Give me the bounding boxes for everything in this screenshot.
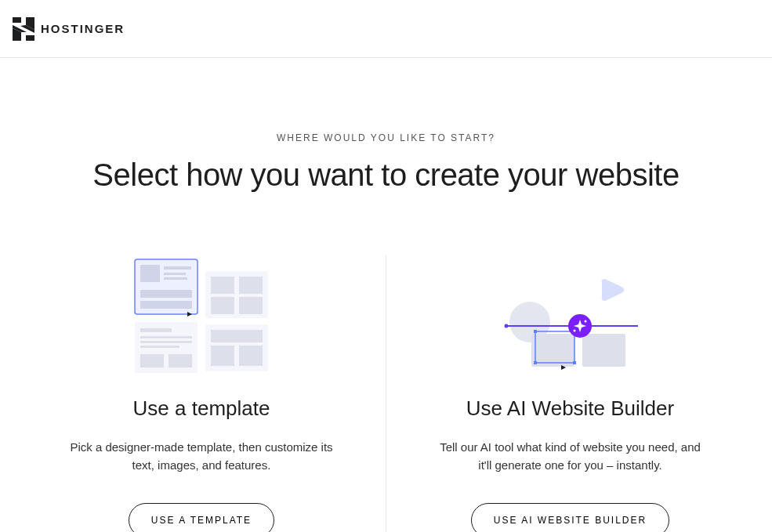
svg-point-25 xyxy=(504,324,508,328)
use-ai-website-builder-button[interactable]: USE AI WEBSITE BUILDER xyxy=(471,503,669,533)
svg-rect-4 xyxy=(164,277,187,280)
brand-name: HOSTINGER xyxy=(41,22,125,35)
ai-builder-illustration xyxy=(492,255,649,381)
svg-rect-9 xyxy=(140,336,192,338)
svg-point-35 xyxy=(573,330,575,332)
options-container: Use a template Pick a designer-made temp… xyxy=(0,255,772,532)
option-use-ai-builder: Use AI Website Builder Tell our AI tool … xyxy=(386,255,755,532)
svg-rect-21 xyxy=(211,346,234,366)
header: HOSTINGER xyxy=(0,0,772,58)
svg-rect-5 xyxy=(140,290,192,298)
eyebrow-text: WHERE WOULD YOU LIKE TO START? xyxy=(0,132,772,143)
template-illustration xyxy=(131,255,272,381)
svg-rect-15 xyxy=(211,277,234,294)
svg-rect-11 xyxy=(140,346,179,348)
svg-rect-20 xyxy=(211,330,263,342)
svg-rect-13 xyxy=(169,354,192,367)
option-use-template: Use a template Pick a designer-made temp… xyxy=(18,255,386,532)
hostinger-logo-icon xyxy=(13,17,34,41)
use-template-button[interactable]: USE A TEMPLATE xyxy=(129,503,274,533)
option-ai-description: Tell our AI tool what kind of website yo… xyxy=(433,438,708,475)
svg-rect-8 xyxy=(140,328,172,332)
svg-rect-32 xyxy=(573,361,576,364)
svg-rect-31 xyxy=(534,361,537,364)
svg-rect-27 xyxy=(582,334,625,367)
svg-rect-12 xyxy=(140,354,164,367)
svg-rect-18 xyxy=(239,297,263,314)
svg-rect-22 xyxy=(239,346,263,366)
option-template-title: Use a template xyxy=(133,396,270,421)
svg-rect-3 xyxy=(164,273,186,275)
svg-rect-17 xyxy=(211,297,234,314)
svg-rect-6 xyxy=(140,301,192,309)
option-template-description: Pick a designer-made template, then cust… xyxy=(65,438,339,475)
svg-point-34 xyxy=(584,320,586,323)
svg-rect-10 xyxy=(140,341,192,343)
hostinger-logo[interactable]: HOSTINGER xyxy=(13,17,125,41)
svg-rect-29 xyxy=(534,330,537,333)
svg-rect-16 xyxy=(239,277,263,294)
svg-rect-1 xyxy=(140,265,160,282)
page-title: Select how you want to create your websi… xyxy=(0,157,772,193)
svg-rect-2 xyxy=(164,266,191,270)
svg-rect-26 xyxy=(531,334,574,367)
option-ai-title: Use AI Website Builder xyxy=(466,396,674,421)
main-content: WHERE WOULD YOU LIKE TO START? Select ho… xyxy=(0,58,772,532)
